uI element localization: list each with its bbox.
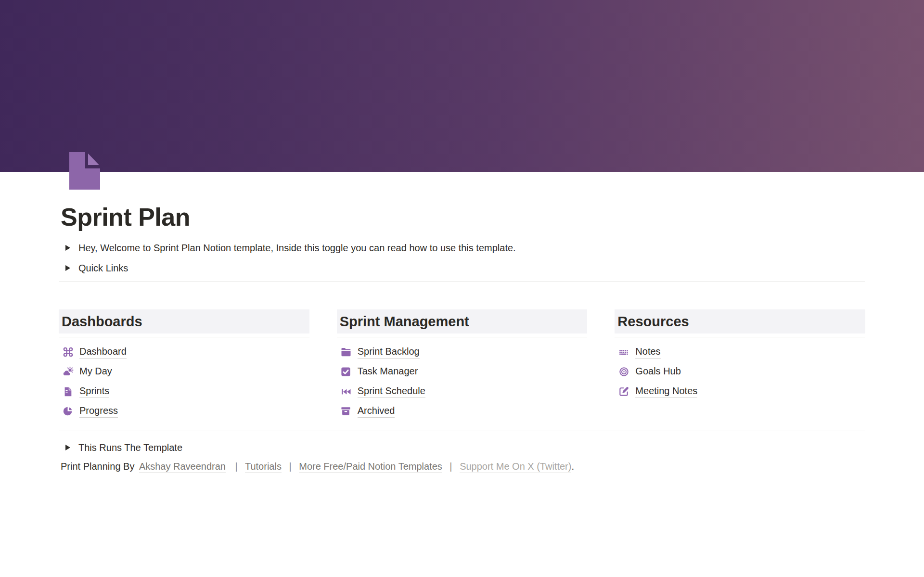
sun-cloud-icon	[62, 366, 74, 378]
credits-prefix: Print Planning By	[61, 461, 134, 472]
link-archived[interactable]: Archived	[337, 401, 588, 421]
link-list: Sprint Backlog Task Manager	[337, 342, 588, 421]
rewind-icon	[340, 385, 352, 398]
column-heading: Sprint Management	[337, 309, 588, 333]
column-heading: Resources	[615, 309, 865, 333]
link-label: Sprint Backlog	[358, 346, 420, 359]
twitter-support-link[interactable]: Support Me On X (Twitter)	[460, 461, 571, 473]
target-icon	[617, 366, 630, 378]
credits-suffix: .	[571, 461, 574, 472]
toggle-runs-template-label: This Runs The Template	[78, 442, 182, 453]
divider	[337, 337, 588, 337]
cover-image	[0, 0, 924, 172]
link-dashboard[interactable]: Dashboard	[59, 342, 309, 362]
divider	[59, 431, 865, 431]
command-icon	[62, 346, 74, 359]
notion-page: Sprint Plan Hey, Welcome to Sprint Plan …	[0, 0, 924, 577]
column-resources: Resources	[615, 309, 865, 421]
document-icon	[62, 385, 74, 398]
divider	[59, 281, 865, 282]
toggle-welcome[interactable]: Hey, Welcome to Sprint Plan Notion templ…	[61, 240, 516, 256]
folder-icon	[340, 346, 352, 359]
link-goals-hub[interactable]: Goals Hub	[615, 362, 865, 382]
toggle-triangle-icon[interactable]	[61, 445, 75, 450]
link-sprint-schedule[interactable]: Sprint Schedule	[337, 382, 588, 401]
column-heading: Dashboards	[59, 309, 309, 333]
link-columns: Dashboards Dashboard	[59, 309, 865, 421]
link-notes[interactable]: Notes	[615, 342, 865, 362]
link-sprint-backlog[interactable]: Sprint Backlog	[337, 342, 588, 362]
page-body	[69, 152, 100, 190]
separator: |	[289, 461, 291, 472]
toggle-quick-links[interactable]: Quick Links	[61, 260, 128, 276]
divider	[59, 337, 309, 337]
link-label: Dashboard	[79, 346, 127, 359]
toggle-triangle-icon[interactable]	[61, 265, 75, 271]
author-link[interactable]: Akshay Raveendran	[139, 461, 226, 473]
toggle-quick-links-label: Quick Links	[78, 263, 128, 274]
archive-icon	[340, 405, 352, 418]
link-label: Goals Hub	[635, 366, 681, 378]
page-document-icon[interactable]	[69, 152, 100, 190]
page-fold	[88, 154, 99, 165]
separator: |	[235, 461, 238, 472]
link-meeting-notes[interactable]: Meeting Notes	[615, 382, 865, 401]
keyboard-icon	[617, 346, 630, 359]
pie-chart-icon	[62, 405, 74, 418]
divider	[615, 337, 865, 337]
link-list: Notes Goals Hub	[615, 342, 865, 401]
link-progress[interactable]: Progress	[59, 401, 309, 421]
link-label: Meeting Notes	[635, 385, 697, 398]
link-label: Task Manager	[358, 366, 418, 378]
column-sprint-management: Sprint Management Sprint Backlog	[337, 309, 588, 421]
link-list: Dashboard	[59, 342, 309, 421]
toggle-triangle-icon[interactable]	[61, 245, 75, 251]
column-dashboards: Dashboards Dashboard	[59, 309, 309, 421]
toggle-runs-template[interactable]: This Runs The Template	[61, 440, 182, 455]
page-title: Sprint Plan	[61, 203, 190, 231]
link-label: My Day	[79, 366, 112, 378]
link-task-manager[interactable]: Task Manager	[337, 362, 588, 382]
link-label: Notes	[635, 346, 660, 359]
link-label: Sprint Schedule	[358, 385, 425, 398]
tutorials-link[interactable]: Tutorials	[245, 461, 282, 473]
link-sprints[interactable]: Sprints	[59, 382, 309, 401]
separator: |	[449, 461, 452, 472]
link-label: Progress	[79, 405, 118, 418]
link-label: Archived	[358, 405, 395, 418]
footer-credits: Print Planning By Akshay Raveendran | Tu…	[61, 461, 574, 472]
link-label: Sprints	[79, 385, 109, 398]
checkbox-icon	[340, 366, 352, 378]
link-my-day[interactable]: My Day	[59, 362, 309, 382]
toggle-welcome-label: Hey, Welcome to Sprint Plan Notion templ…	[78, 243, 516, 254]
templates-link[interactable]: More Free/Paid Notion Templates	[299, 461, 442, 473]
edit-icon	[617, 385, 630, 398]
